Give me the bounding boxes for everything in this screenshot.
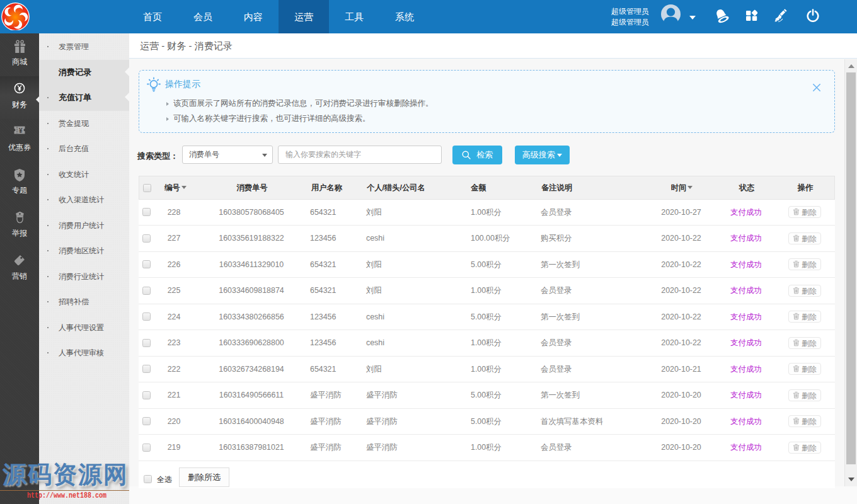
svg-text:¥: ¥	[19, 127, 23, 134]
